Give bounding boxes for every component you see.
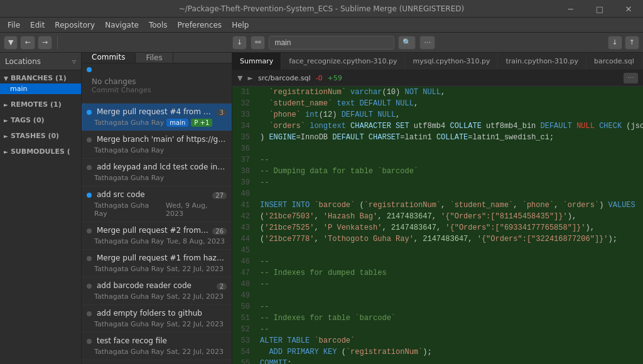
commit-dot-1 xyxy=(87,137,92,142)
expand-icon-2[interactable]: ► xyxy=(247,74,252,82)
tab-files[interactable]: Files xyxy=(136,53,173,63)
commit-date-6: Sat, 22 Jul, 2023 xyxy=(166,292,224,301)
code-line-33: 33 `phone` int(12) DEFAULT NULL, xyxy=(232,109,643,120)
commit-author-7: Tathagata Guha Ray xyxy=(94,320,164,328)
right-panel: Summary face_recognize.cpython-310.py my… xyxy=(232,53,643,364)
diff-more-button[interactable]: ⋯ xyxy=(624,73,638,83)
line-content-54: ADD PRIMARY KEY (`registrationNum`); xyxy=(255,346,643,358)
commit-item-9[interactable]: Initial commit Tathagata Guha Ray xyxy=(82,360,232,364)
commit-item-3[interactable]: add src code 27 Tathagata Guha Ray Wed, … xyxy=(82,186,232,222)
commit-item-6[interactable]: add barcode reader code 2 Tathagata Guha… xyxy=(82,277,232,305)
commit-author-6: Tathagata Guha Ray xyxy=(94,292,164,301)
commit-title-6: add barcode reader code xyxy=(97,281,214,290)
commit-dot-8 xyxy=(87,339,92,344)
commit-item-2[interactable]: add keypad and lcd test code in test fo … xyxy=(82,159,232,186)
submodules-header[interactable]: ► SUBMODULES ( xyxy=(0,146,81,157)
commit-meta-4: Tathagata Guha Ray Tue, 8 Aug, 2023 xyxy=(87,237,227,245)
tags-header[interactable]: ► TAGS (0) xyxy=(0,115,81,126)
search-input[interactable] xyxy=(269,36,394,50)
toolbar-divider-1 xyxy=(57,36,58,49)
toolbar-dropdown-btn[interactable]: ▼ xyxy=(4,36,18,50)
no-changes-sub: Commit Changes xyxy=(92,86,222,94)
commit-dot-nochange xyxy=(87,67,92,72)
commit-item-7[interactable]: add empty folders to github Tathagata Gu… xyxy=(82,305,232,333)
stashes-label: STASHES (0) xyxy=(11,132,59,140)
branch-main[interactable]: main xyxy=(0,83,81,94)
toolbar-search-btn[interactable]: 🔍 xyxy=(398,36,416,50)
commit-count-4: 26 xyxy=(212,228,227,235)
commit-item-5[interactable]: Merge pull request #1 from hazashbaig Ta… xyxy=(82,250,232,277)
line-content-39: -- xyxy=(255,177,643,188)
toolbar-back-btn[interactable]: ← xyxy=(20,36,35,50)
commit-item-4[interactable]: Merge pull request #2 from hazash 26 Tat… xyxy=(82,222,232,250)
code-line-43: 43 ('21bce7525', 'P Venkatesh', 21474836… xyxy=(232,222,643,233)
commit-author-0: Tathagata Guha Ray xyxy=(94,119,164,127)
submodules-section: ► SUBMODULES ( xyxy=(0,144,81,159)
commit-meta-2: Tathagata Guha Ray xyxy=(87,174,227,182)
commit-dot-6 xyxy=(87,284,92,289)
commit-author-3: Tathagata Guha Ray xyxy=(94,201,163,218)
toolbar-more-btn[interactable]: ⋯ xyxy=(419,36,435,50)
line-num-48: 48 xyxy=(232,279,255,290)
right-tabs: Summary face_recognize.cpython-310.py my… xyxy=(232,53,643,70)
tab-train[interactable]: train.cpython-310.py xyxy=(498,53,586,70)
maximize-button[interactable]: □ xyxy=(585,0,614,18)
line-content-41: INSERT INTO `barcode` (`registrationNum`… xyxy=(255,200,643,211)
line-num-37: 37 xyxy=(232,154,255,166)
line-num-46: 46 xyxy=(232,256,255,267)
commit-author-4: Tathagata Guha Ray xyxy=(94,237,164,245)
menu-file[interactable]: File xyxy=(3,19,25,31)
code-line-39: 39 -- xyxy=(232,177,643,188)
menu-edit[interactable]: Edit xyxy=(25,19,50,31)
tab-summary[interactable]: Summary xyxy=(232,53,281,70)
commit-item-8[interactable]: test face recog file Tathagata Guha Ray … xyxy=(82,333,232,360)
close-button[interactable]: ✕ xyxy=(614,0,643,18)
toolbar-pull-btn[interactable]: ↓ xyxy=(608,36,622,50)
menu-repository[interactable]: Repository xyxy=(50,19,100,31)
menu-preferences[interactable]: Preferences xyxy=(173,19,227,31)
titlebar: ~/Package-Theft-Prevention-System_ECS - … xyxy=(0,0,643,18)
commit-author-8: Tathagata Guha Ray xyxy=(94,348,164,356)
code-line-41: 41 INSERT INTO `barcode` (`registrationN… xyxy=(232,200,643,211)
menu-help[interactable]: Help xyxy=(227,19,254,31)
toolbar-fetch-btn[interactable]: ↓ xyxy=(232,36,247,50)
menubar: File Edit Repository Navigate Tools Pref… xyxy=(0,18,643,33)
line-content-48: -- xyxy=(255,279,643,290)
tab-face-recognize[interactable]: face_recognize.cpython-310.py xyxy=(281,53,405,70)
commit-date-8: Sat, 22 Jul, 2023 xyxy=(166,348,224,356)
titlebar-title: ~/Package-Theft-Prevention-System_ECS - … xyxy=(179,4,464,13)
tab-barcode-sql[interactable]: barcode.sql xyxy=(586,53,642,70)
tab-mysql[interactable]: mysql.cpython-310.py xyxy=(405,53,498,70)
line-content-35: ) ENGINE=InnoDB DEFAULT CHARSET=latin1 C… xyxy=(255,132,643,143)
commit-count-0: 3 xyxy=(217,109,227,116)
code-line-42: 42 ('21bce7503', 'Hazash Bag', 214748364… xyxy=(232,211,643,222)
line-content-51: -- Indexes for table `barcode` xyxy=(255,313,643,324)
no-changes-item[interactable]: No changes Commit Changes xyxy=(82,63,232,104)
commit-item-0[interactable]: Merge pull request #4 from haza 3 Tathag… xyxy=(82,104,232,131)
stashes-header[interactable]: ► STASHES (0) xyxy=(0,131,81,141)
branches-header[interactable]: ▼ BRANCHES (1) xyxy=(0,73,81,83)
toolbar-branch-dropdown[interactable]: ⚯ xyxy=(251,36,265,50)
line-content-49 xyxy=(255,290,643,301)
code-line-37: 37 -- xyxy=(232,154,643,166)
minimize-button[interactable]: − xyxy=(556,0,585,18)
line-num-39: 39 xyxy=(232,177,255,188)
toolbar-push-btn[interactable]: ↑ xyxy=(625,36,639,50)
expand-icon[interactable]: ▼ xyxy=(237,74,242,82)
commit-title-2: add keypad and lcd test code in test fo xyxy=(97,163,227,171)
line-content-36 xyxy=(255,143,643,154)
menu-tools[interactable]: Tools xyxy=(144,19,173,31)
tab-commits[interactable]: Commits xyxy=(82,53,136,63)
toolbar-forward-btn[interactable]: → xyxy=(38,36,52,50)
line-num-50: 50 xyxy=(232,301,255,313)
filter-icon[interactable]: ▿ xyxy=(72,57,76,66)
commit-dot-7 xyxy=(87,311,92,316)
tags-triangle: ► xyxy=(4,117,8,124)
menu-navigate[interactable]: Navigate xyxy=(100,19,144,31)
code-line-55: 55 COMMIT; xyxy=(232,358,643,364)
remotes-header[interactable]: ► REMOTES (1) xyxy=(0,99,81,110)
commit-author-1: Tathagata Guha Ray xyxy=(94,146,164,154)
commit-item-1[interactable]: Merge branch 'main' of https://github.c … xyxy=(82,131,232,159)
code-line-38: 38 -- Dumping data for table `barcode` xyxy=(232,166,643,177)
line-num-45: 45 xyxy=(232,245,255,256)
